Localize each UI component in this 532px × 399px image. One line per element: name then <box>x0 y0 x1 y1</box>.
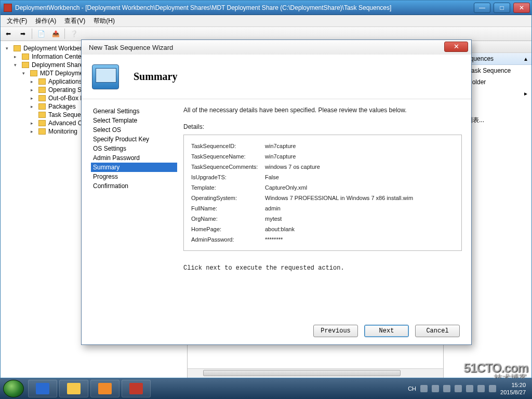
previous-button[interactable]: Previous <box>313 325 358 337</box>
wizard-intro-text: All of the necessary details have been s… <box>183 107 462 114</box>
detail-value: win7capture <box>265 141 413 151</box>
window-title: DeploymentWorkbench - [Deployment Workbe… <box>15 4 391 11</box>
tray-time: 15:20 <box>500 381 526 389</box>
detail-key: HomePage: <box>191 224 264 234</box>
minimize-button[interactable]: — <box>474 3 490 13</box>
tray-icon[interactable] <box>477 385 485 392</box>
close-button[interactable]: ✕ <box>513 3 530 13</box>
wizard-header-title: Summary <box>134 71 177 83</box>
next-button[interactable]: Next <box>364 325 409 337</box>
taskbar-deployment[interactable] <box>122 380 151 397</box>
up-button[interactable]: 📄 <box>35 28 47 39</box>
scrollbar-thumb[interactable] <box>203 370 401 376</box>
detail-value: False <box>265 172 413 182</box>
menu-help[interactable]: 帮助(H) <box>89 17 119 25</box>
detail-value: CaptureOnly.xml <box>265 183 413 192</box>
wizard-step[interactable]: Select OS <box>91 125 177 135</box>
wizard-step[interactable]: Progress <box>91 172 177 181</box>
start-button[interactable] <box>3 380 24 397</box>
tray-icon[interactable] <box>443 385 450 392</box>
horizontal-scrollbar[interactable] <box>188 368 443 378</box>
detail-key: TaskSequenceComments: <box>191 162 264 171</box>
wizard-footnote: Click next to execute the requested acti… <box>183 264 462 272</box>
forward-button[interactable]: ➡ <box>17 28 29 39</box>
wizard-step[interactable]: General Settings <box>91 107 177 116</box>
wizard-titlebar: New Task Sequence Wizard ✕ <box>82 40 471 55</box>
cancel-button[interactable]: Cancel <box>415 325 460 337</box>
toolbar-separator <box>64 29 65 39</box>
detail-value: mytest <box>265 214 413 223</box>
taskbar-explorer[interactable] <box>59 380 88 397</box>
wizard-step[interactable]: Admin Password <box>91 153 177 163</box>
ime-indicator[interactable]: CH <box>408 385 416 392</box>
wizard-dialog: New Task Sequence Wizard ✕ Summary Gener… <box>81 39 472 345</box>
wizard-close-button[interactable]: ✕ <box>444 42 468 52</box>
wizard-step[interactable]: Specify Product Key <box>91 135 177 144</box>
wizard-content: All of the necessary details have been s… <box>180 99 471 317</box>
wizard-step[interactable]: OS Settings <box>91 144 177 153</box>
detail-key: Template: <box>191 183 264 192</box>
details-label: Details: <box>183 123 462 130</box>
detail-value: about:blank <box>265 224 413 234</box>
app-icon <box>4 4 12 12</box>
detail-value: Windows 7 PROFESSIONAL in Windows 7 x86 … <box>265 193 413 203</box>
tray-icon[interactable] <box>455 385 462 392</box>
details-box: TaskSequenceID:win7captureTaskSequenceNa… <box>183 135 462 251</box>
detail-key: AdminPassword: <box>191 235 264 244</box>
detail-key: IsUpgradeTS: <box>191 172 264 182</box>
details-table: TaskSequenceID:win7captureTaskSequenceNa… <box>190 140 414 245</box>
detail-key: OrgName: <box>191 214 264 223</box>
taskbar-ie[interactable] <box>28 380 57 397</box>
wizard-step[interactable]: Confirmation <box>91 181 177 191</box>
taskbar-media[interactable] <box>90 380 119 397</box>
wizard-step-list: General SettingsSelect TemplateSelect OS… <box>82 99 180 317</box>
wizard-step[interactable]: Summary <box>91 163 177 172</box>
detail-value: win7capture <box>265 152 413 161</box>
detail-value: admin <box>265 204 413 213</box>
system-tray: CH 15:20 2015/8/27 <box>408 381 529 396</box>
wizard-header-icon <box>92 64 119 89</box>
detail-key: OperatingSystem: <box>191 193 264 203</box>
menu-file[interactable]: 文件(F) <box>3 17 31 25</box>
detail-key: TaskSequenceID: <box>191 141 264 151</box>
wizard-header: Summary <box>82 55 471 99</box>
tray-clock[interactable]: 15:20 2015/8/27 <box>500 381 526 396</box>
tray-icon[interactable] <box>432 385 439 392</box>
toolbar: ⬅ ➡ 📄 📤 ❔ <box>1 26 531 41</box>
tray-icon[interactable] <box>420 385 428 392</box>
menubar: 文件(F) 操作(A) 查看(V) 帮助(H) <box>1 15 531 26</box>
tray-date: 2015/8/27 <box>500 389 526 396</box>
detail-key: TaskSequenceName: <box>191 152 264 161</box>
back-button[interactable]: ⬅ <box>3 28 14 39</box>
tray-icon[interactable] <box>466 385 473 392</box>
detail-key: FullName: <box>191 204 264 213</box>
tray-icon[interactable] <box>489 385 496 392</box>
detail-value: ******** <box>265 235 413 244</box>
menu-action[interactable]: 操作(A) <box>31 17 60 25</box>
export-button[interactable]: 📤 <box>50 28 61 39</box>
toolbar-separator <box>32 29 32 39</box>
menu-view[interactable]: 查看(V) <box>60 17 89 25</box>
detail-value: windows 7 os capture <box>265 162 413 171</box>
taskbar: CH 15:20 2015/8/27 <box>0 378 532 399</box>
collapse-icon: ▴ <box>524 55 527 62</box>
maximize-button[interactable]: □ <box>494 3 510 13</box>
help-button[interactable]: ❔ <box>68 28 79 39</box>
wizard-step[interactable]: Select Template <box>91 116 177 125</box>
titlebar: DeploymentWorkbench - [Deployment Workbe… <box>1 1 531 15</box>
wizard-title: New Task Sequence Wizard <box>89 44 173 51</box>
wizard-button-row: Previous Next Cancel <box>82 317 471 344</box>
